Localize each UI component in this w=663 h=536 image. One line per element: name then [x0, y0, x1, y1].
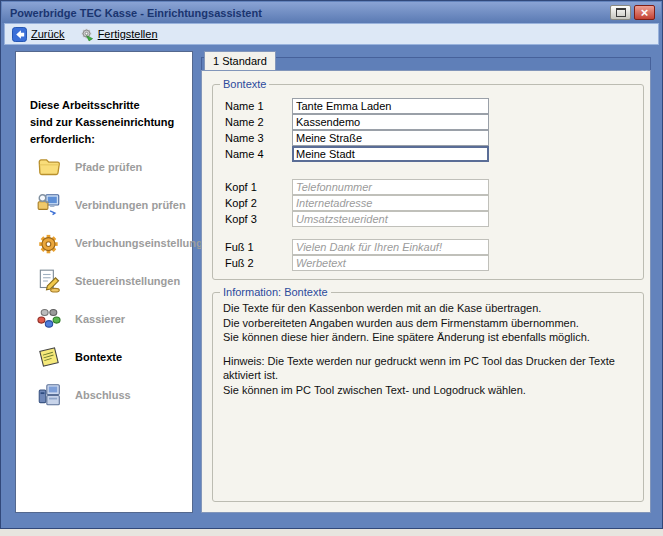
- sidebar-step-label: Pfade prüfen: [75, 161, 142, 173]
- field-input[interactable]: [292, 211, 489, 227]
- toolbar: Zurück Fertigstellen: [4, 23, 659, 45]
- restore-button[interactable]: [610, 5, 631, 20]
- window-controls: ×: [610, 5, 661, 20]
- toolbar-button[interactable]: Fertigstellen: [79, 27, 158, 42]
- sidebar-step-item: Kassierer: [36, 300, 188, 338]
- back-arrow-icon: [12, 27, 27, 42]
- form-row: Kopf 1: [225, 179, 633, 195]
- field-input[interactable]: [292, 114, 489, 130]
- sidebar-step-label: Verbindungen prüfen: [75, 199, 186, 211]
- document-edit-icon: [36, 268, 62, 294]
- toolbar-button-label: Zurück: [31, 28, 65, 40]
- toolbar-button-label: Fertigstellen: [98, 28, 158, 40]
- field-input[interactable]: [292, 239, 489, 255]
- sidebar-step-item: Verbindungen prüfen: [36, 186, 188, 224]
- field-label: Kopf 3: [225, 213, 292, 225]
- finish-gear-icon: [79, 27, 94, 42]
- information-groupbox: Information: Bontexte Die Texte für den …: [212, 292, 644, 502]
- field-input[interactable]: [292, 130, 489, 146]
- desktop-edge: [0, 529, 663, 536]
- titlebar: Powerbridge TEC Kasse - Einrichtungsassi…: [2, 2, 661, 23]
- sidebar-step-item: Steuereinstellungen: [36, 262, 188, 300]
- field-input[interactable]: [292, 255, 489, 271]
- field-label: Name 1: [225, 100, 292, 112]
- information-line: Sie können diese hier ändern. Eine späte…: [223, 330, 633, 345]
- field-input[interactable]: [292, 98, 489, 114]
- gear-icon: [36, 230, 62, 256]
- close-icon: ×: [641, 6, 649, 19]
- form-row: Name 4: [225, 146, 633, 162]
- field-label: Kopf 2: [225, 197, 292, 209]
- wizard-steps-sidebar: Diese Arbeitsschritte sind zur Kassenein…: [15, 51, 193, 513]
- field-label: Name 3: [225, 132, 292, 144]
- toolbar-button[interactable]: Zurück: [12, 27, 65, 42]
- sidebar-step-label: Abschluss: [75, 389, 131, 401]
- form-row: Kopf 2: [225, 195, 633, 211]
- form-row: Name 2: [225, 114, 633, 130]
- field-label: Fuß 2: [225, 257, 292, 269]
- form-row: Fuß 1: [225, 239, 633, 255]
- information-line: Die vorbereiteten Angaben wurden aus dem…: [223, 316, 633, 331]
- sidebar-step-item: Abschluss: [36, 376, 188, 414]
- form-row: Kopf 3: [225, 211, 633, 227]
- information-group-title: Information: Bontexte: [220, 286, 331, 299]
- information-line: Hinweis: Die Texte werden nur gedruckt w…: [223, 354, 633, 383]
- field-input[interactable]: [292, 146, 489, 162]
- sidebar-step-label: Bontexte: [75, 351, 122, 363]
- note-icon: [36, 344, 62, 370]
- information-line: Die Texte für den Kassenbon werden mit a…: [223, 301, 633, 316]
- tab-standard[interactable]: 1 Standard: [204, 51, 276, 70]
- folder-icon: [36, 154, 62, 180]
- form-row: Name 1: [225, 98, 633, 114]
- name-fields-group: Name 1 Name 2 Name 3: [225, 98, 633, 162]
- sidebar-heading-line: erforderlich:: [30, 131, 186, 148]
- close-button[interactable]: ×: [634, 5, 655, 20]
- bontexte-group-title: Bontexte: [220, 78, 269, 91]
- form-row: Name 3: [225, 130, 633, 146]
- bontexte-form: Name 1 Name 2 Name 3: [225, 98, 633, 271]
- field-input[interactable]: [292, 179, 489, 195]
- window-title: Powerbridge TEC Kasse - Einrichtungsassi…: [2, 7, 262, 19]
- sidebar-heading-line: sind zur Kasseneinrichtung: [30, 114, 186, 131]
- sidebar-step-label: Verbuchungseinstellungen: [75, 237, 216, 249]
- information-line: [223, 345, 633, 354]
- sidebar-heading: Diese Arbeitsschritte sind zur Kassenein…: [30, 97, 186, 148]
- sidebar-step-item: Bontexte: [36, 338, 188, 376]
- information-text: Die Texte für den Kassenbon werden mit a…: [223, 301, 633, 397]
- screen: Powerbridge TEC Kasse - Einrichtungsassi…: [0, 0, 663, 536]
- computer-disk-icon: [36, 382, 62, 408]
- sidebar-step-label: Kassierer: [75, 313, 125, 325]
- sidebar-step-label: Steuereinstellungen: [75, 275, 180, 287]
- field-input[interactable]: [292, 195, 489, 211]
- sidebar-step-list: Pfade prüfen Verbindungen prüfen Verbuch…: [36, 148, 188, 414]
- kopf-fields-group: Kopf 1 Kopf 2 Kopf 3: [225, 179, 633, 227]
- field-label: Name 4: [225, 148, 292, 160]
- content-area: 1 Standard Bontexte Name 1: [201, 51, 651, 513]
- field-label: Name 2: [225, 116, 292, 128]
- people-icon: [36, 306, 62, 332]
- field-label: Fuß 1: [225, 241, 292, 253]
- computer-search-icon: [36, 192, 62, 218]
- app-window: Powerbridge TEC Kasse - Einrichtungsassi…: [0, 0, 663, 529]
- bontexte-groupbox: Bontexte Name 1 Name 2: [212, 84, 644, 280]
- sidebar-step-item: Pfade prüfen: [36, 148, 188, 186]
- fuss-fields-group: Fuß 1 Fuß 2: [225, 239, 633, 271]
- restore-icon: [616, 8, 626, 17]
- sidebar-step-item: Verbuchungseinstellungen: [36, 224, 188, 262]
- sidebar-heading-line: Diese Arbeitsschritte: [30, 97, 186, 114]
- form-row: Fuß 2: [225, 255, 633, 271]
- information-line: Sie können im PC Tool zwischen Text- und…: [223, 383, 633, 398]
- field-label: Kopf 1: [225, 181, 292, 193]
- tab-panel: Bontexte Name 1 Name 2: [201, 70, 651, 513]
